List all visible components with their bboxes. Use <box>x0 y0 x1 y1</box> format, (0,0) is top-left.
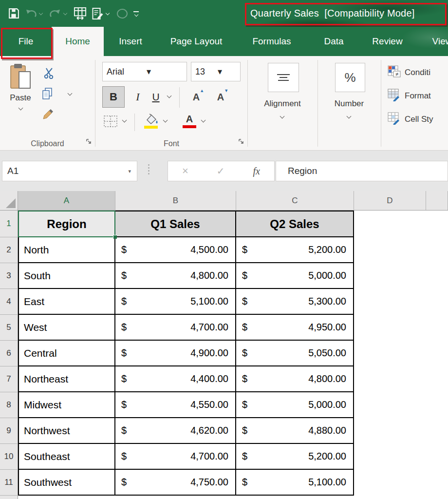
empty-cell[interactable] <box>426 289 448 315</box>
tab-home[interactable]: Home <box>52 27 104 56</box>
cell-A2[interactable]: North <box>18 237 115 263</box>
paste-dropdown-chevron-icon[interactable] <box>18 106 23 111</box>
format-painter-button[interactable] <box>42 108 55 120</box>
enter-button[interactable]: ✓ <box>217 165 225 177</box>
cell-C6[interactable]: $5,050.00 <box>236 341 354 366</box>
font-size-dropdown-icon[interactable]: ▾ <box>214 66 240 77</box>
empty-cell[interactable] <box>354 237 426 263</box>
header-cell-A1[interactable]: Region <box>18 211 115 237</box>
formula-input[interactable]: Region <box>276 161 448 181</box>
cell-A5[interactable]: West <box>18 315 115 341</box>
row-header-6[interactable]: 6 <box>0 341 18 366</box>
grow-font-button[interactable]: A▲ <box>187 88 205 106</box>
empty-cell[interactable] <box>354 341 426 366</box>
edit-form-icon[interactable] <box>92 7 111 20</box>
ellipse-icon[interactable] <box>116 8 129 19</box>
cell-B6[interactable]: $4,900.00 <box>115 341 236 366</box>
column-header-a[interactable]: A <box>18 191 115 210</box>
empty-cell[interactable] <box>18 496 448 499</box>
empty-cell[interactable] <box>354 366 426 392</box>
empty-cell[interactable] <box>426 263 448 289</box>
column-header-e[interactable]: E <box>426 191 448 210</box>
alignment-dropdown-chevron-icon[interactable] <box>280 114 285 119</box>
tab-review[interactable]: Review <box>359 27 415 56</box>
format-button[interactable]: Format <box>388 88 431 104</box>
cell-B5[interactable]: $4,700.00 <box>115 315 236 341</box>
font-size-select[interactable]: 13 ▾ <box>191 62 241 81</box>
empty-cell[interactable] <box>426 315 448 341</box>
redo-icon[interactable] <box>49 8 69 19</box>
header-cell-B1[interactable]: Q1 Sales <box>115 211 236 237</box>
alignment-button[interactable] <box>268 63 299 92</box>
empty-cell[interactable] <box>426 470 448 496</box>
row-header-12[interactable] <box>0 496 18 499</box>
clipboard-dialog-launcher-icon[interactable] <box>85 138 92 147</box>
row-header-2[interactable]: 2 <box>0 237 18 263</box>
row-header-3[interactable]: 3 <box>0 263 18 289</box>
borders-dropdown-chevron-icon[interactable] <box>122 118 127 123</box>
cell-B11[interactable]: $4,750.00 <box>115 470 236 496</box>
font-color-dropdown-chevron-icon[interactable] <box>201 118 206 123</box>
cell-C10[interactable]: $5,200.00 <box>236 444 354 470</box>
borders-button[interactable] <box>102 114 119 129</box>
row-header-1[interactable]: 1 <box>0 211 18 237</box>
cell-C7[interactable]: $4,800.00 <box>236 366 354 392</box>
row-header-5[interactable]: 5 <box>0 315 18 341</box>
cell-A8[interactable]: Midwest <box>18 392 115 418</box>
cell-A10[interactable]: Southeast <box>18 444 115 470</box>
cell-C2[interactable]: $5,200.00 <box>236 237 354 263</box>
column-width-icon[interactable] <box>74 7 87 20</box>
select-all-corner[interactable] <box>0 191 18 210</box>
cell-B3[interactable]: $4,800.00 <box>115 263 236 289</box>
empty-cell[interactable] <box>354 444 426 470</box>
name-box[interactable]: A1 ▾ <box>2 161 137 181</box>
cell-C11[interactable]: $5,100.00 <box>236 470 354 496</box>
underline-button[interactable]: U <box>148 88 164 106</box>
cancel-button[interactable]: × <box>182 165 188 177</box>
empty-cell[interactable] <box>354 263 426 289</box>
tab-insert[interactable]: Insert <box>104 27 157 56</box>
conditi-button[interactable]: ≠Conditi <box>388 65 430 80</box>
row-header-10[interactable]: 10 <box>0 444 18 470</box>
font-dialog-launcher-icon[interactable] <box>238 138 244 147</box>
cell-B2[interactable]: $4,500.00 <box>115 237 236 263</box>
empty-cell[interactable] <box>354 315 426 341</box>
cell-A4[interactable]: East <box>18 289 115 315</box>
row-header-9[interactable]: 9 <box>0 418 18 444</box>
cell-C4[interactable]: $5,300.00 <box>236 289 354 315</box>
bold-button[interactable]: B <box>102 86 125 108</box>
empty-cell[interactable] <box>426 392 448 418</box>
cell-A6[interactable]: Central <box>18 341 115 366</box>
name-box-dropdown-icon[interactable]: ▾ <box>128 168 137 174</box>
font-color-button[interactable]: A <box>181 112 198 130</box>
fill-color-dropdown-chevron-icon[interactable] <box>163 118 168 123</box>
empty-cell[interactable] <box>354 418 426 444</box>
tab-view[interactable]: View <box>415 27 448 56</box>
cell-C3[interactable]: $5,000.00 <box>236 263 354 289</box>
cell-C5[interactable]: $4,950.00 <box>236 315 354 341</box>
empty-cell[interactable] <box>354 211 426 237</box>
copy-dropdown-chevron-icon[interactable] <box>68 91 73 96</box>
cell-A11[interactable]: Southwest <box>18 470 115 496</box>
row-header-4[interactable]: 4 <box>0 289 18 315</box>
cell-C8[interactable]: $5,000.00 <box>236 392 354 418</box>
cut-button[interactable] <box>43 67 56 79</box>
row-header-7[interactable]: 7 <box>0 366 18 392</box>
undo-icon[interactable] <box>25 8 44 19</box>
tab-page-layout[interactable]: Page Layout <box>157 27 235 56</box>
number-dropdown-chevron-icon[interactable] <box>347 114 352 119</box>
paste-button[interactable]: Paste <box>5 63 36 120</box>
header-cell-C1[interactable]: Q2 Sales <box>236 211 354 237</box>
shrink-font-button[interactable]: A▼ <box>211 88 230 106</box>
empty-cell[interactable] <box>354 289 426 315</box>
cell-C9[interactable]: $4,880.00 <box>236 418 354 444</box>
italic-button[interactable]: I <box>131 88 145 106</box>
tab-data[interactable]: Data <box>308 27 359 56</box>
column-header-b[interactable]: B <box>115 191 236 210</box>
cell-A9[interactable]: Northwest <box>18 418 115 444</box>
font-name-dropdown-icon[interactable]: ▾ <box>143 66 187 77</box>
copy-button[interactable] <box>41 87 54 100</box>
empty-cell[interactable] <box>426 341 448 366</box>
cell-B9[interactable]: $4,620.00 <box>115 418 236 444</box>
cell-A3[interactable]: South <box>18 263 115 289</box>
